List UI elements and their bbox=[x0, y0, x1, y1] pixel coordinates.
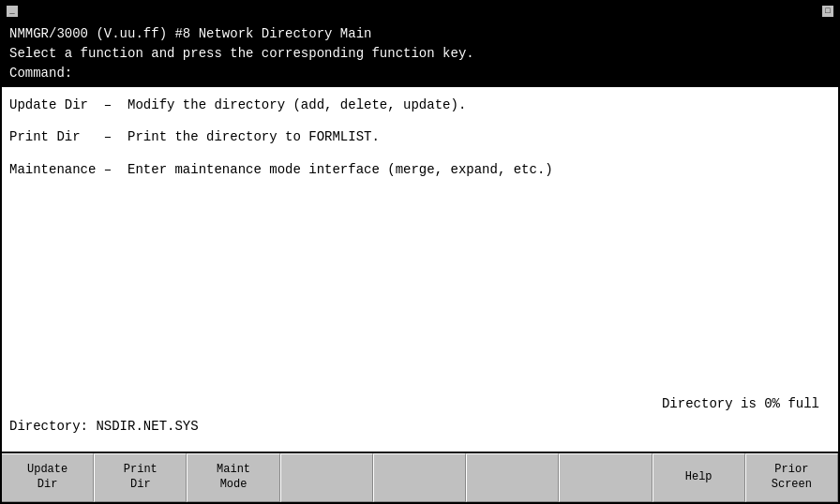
fn-btn-f5 bbox=[373, 453, 466, 502]
main-content: Update Dir – Modify the directory (add, … bbox=[2, 87, 838, 452]
status-line: Directory is 0% full bbox=[662, 393, 819, 414]
header-line1: NMMGR/3000 (V.uu.ff) #8 Network Director… bbox=[9, 24, 831, 44]
minimize-button[interactable]: _ bbox=[6, 5, 19, 18]
title-bar: _ □ bbox=[2, 2, 838, 21]
header-line3: Command: bbox=[9, 64, 831, 83]
header-area: NMMGR/3000 (V.uu.ff) #8 Network Director… bbox=[2, 21, 838, 87]
menu-item-update-dir: Update Dir – Modify the directory (add, … bbox=[9, 95, 831, 115]
header-line2: Select a function and press the correspo… bbox=[9, 44, 831, 64]
menu-item-maintenance: Maintenance – Enter maintenance mode int… bbox=[9, 159, 831, 180]
title-bar-controls: _ bbox=[6, 5, 19, 18]
fn-btn-print-dir[interactable]: Print Dir bbox=[94, 453, 187, 502]
fn-btn-maint-mode[interactable]: Maint Mode bbox=[187, 453, 279, 502]
maximize-button[interactable]: □ bbox=[821, 5, 834, 18]
fn-btn-prior-screen[interactable]: Prior Screen bbox=[745, 453, 838, 502]
fn-btn-help[interactable]: Help bbox=[652, 453, 745, 502]
directory-line: Directory: NSDIR.NET.SYS bbox=[9, 416, 199, 437]
fn-btn-f4 bbox=[280, 453, 373, 502]
main-window: _ □ NMMGR/3000 (V.uu.ff) #8 Network Dire… bbox=[0, 0, 840, 504]
fn-btn-f7 bbox=[559, 453, 652, 502]
fn-btn-f6 bbox=[466, 453, 559, 502]
function-bar: Update Dir Print Dir Maint Mode Help Pri… bbox=[2, 452, 838, 502]
fn-btn-update-dir[interactable]: Update Dir bbox=[2, 453, 94, 502]
menu-item-print-dir: Print Dir – Print the directory to FORML… bbox=[9, 126, 831, 147]
